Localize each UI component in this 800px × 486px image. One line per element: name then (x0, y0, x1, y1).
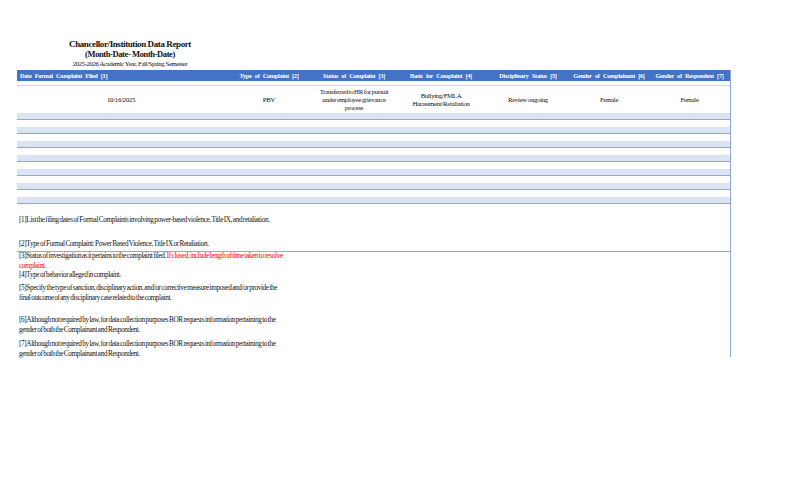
col-header-basis: Basis for Complaint [4] (395, 70, 487, 81)
report-page: Chancellor/Institution Data Report (Mont… (0, 0, 800, 486)
cell-status: Transferred to HR for pursuit under empl… (313, 86, 395, 113)
footnote-7: [7]Although not required by law, for dat… (19, 340, 283, 359)
footnote-7-text: Although not required by law, for data c… (19, 340, 276, 358)
report-title-block: Chancellor/Institution Data Report (Mont… (18, 39, 242, 68)
footnote-6: [6]Although not required by law, for dat… (19, 316, 283, 335)
footnote-2-text: Type of Formal Complaint: Power Based Vi… (26, 240, 208, 248)
empty-table-row (17, 141, 730, 148)
col-header-gender-respondent: Gender of Respondent [7] (649, 70, 730, 81)
report-academic-year: 2025-2026 Academic Year, Fall/Spring Sem… (18, 60, 242, 68)
table-data-row: 10/16/2025 PBV Transferred to HR for pur… (17, 86, 730, 113)
footnote-1-text: List the filing dates of Formal Complain… (26, 216, 269, 224)
report-title: Chancellor/Institution Data Report (18, 39, 242, 49)
footnote-6-text: Although not required by law, for data c… (19, 316, 276, 334)
footnote-2: [2]Type of Formal Complaint: Power Based… (19, 240, 283, 250)
empty-table-row (17, 127, 730, 134)
cell-type: PBV (225, 86, 313, 113)
footnote-5: [5]Specify the type of sanction, discipl… (19, 284, 283, 303)
footnote-3: [3]Status of investigation as it pertain… (19, 252, 283, 271)
col-header-disciplinary-status: Disciplinary Status [5] (487, 70, 569, 81)
cell-date-filed: 10/16/2025 (17, 86, 225, 113)
footnote-3-text: Status of investigation as it pertains t… (26, 252, 166, 260)
col-header-gender-complainant: Gender of Complainant [6] (569, 70, 649, 81)
footnote-4-text: Type of behavior alleged in complaint. (26, 271, 120, 279)
col-header-type: Type of Complaint [2] (225, 70, 313, 81)
empty-table-row (17, 197, 730, 204)
empty-table-row (17, 113, 730, 120)
empty-table-rows (17, 113, 730, 204)
cell-gender-complainant: Female (569, 86, 649, 113)
cell-disciplinary-status: Review ongoing (487, 86, 569, 113)
cell-basis: Bullying/FMLA Harassment/Retaliation (395, 86, 487, 113)
footnote-5-text: Specify the type of sanction, disciplina… (19, 284, 277, 302)
footnote-1: [1]List the filing dates of Formal Compl… (19, 216, 283, 226)
col-header-date-filed: Date Formal Complaint Filed [1] (17, 70, 225, 81)
empty-table-row (17, 169, 730, 176)
col-header-status: Status of Complaint [3] (313, 70, 395, 81)
empty-table-row (17, 183, 730, 190)
footnote-4: [4]Type of behavior alleged in complaint… (19, 271, 283, 281)
table-right-border (730, 70, 731, 357)
report-date-range: (Month-Date- Month-Date) (18, 49, 242, 59)
table-header-row: Date Formal Complaint Filed [1] Type of … (17, 70, 730, 81)
empty-table-row (17, 155, 730, 162)
cell-gender-respondent: Female (649, 86, 730, 113)
